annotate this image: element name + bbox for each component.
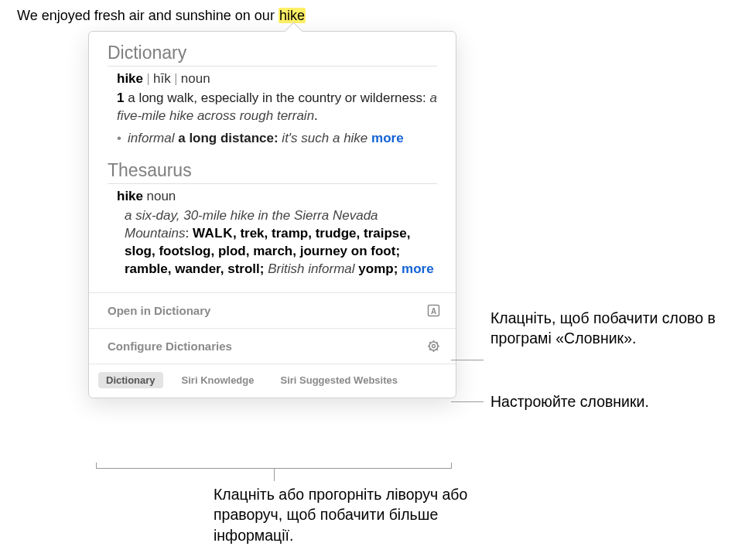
callout-line-configure xyxy=(451,401,484,402)
configure-dictionaries-label: Configure Dictionaries xyxy=(108,340,232,353)
svg-line-9 xyxy=(436,349,437,350)
thesaurus-regional-word: yomp; xyxy=(358,261,398,276)
configure-dictionaries-row[interactable]: Configure Dictionaries xyxy=(89,328,456,364)
callout-line-open xyxy=(451,360,484,360)
lookup-popover: Dictionary hike | hīk | noun 1 a long wa… xyxy=(88,31,456,398)
open-in-dictionary-row[interactable]: Open in Dictionary A xyxy=(89,292,456,328)
svg-text:A: A xyxy=(431,306,436,315)
callout-bracket-tabs xyxy=(96,463,452,469)
svg-line-10 xyxy=(429,349,430,350)
source-sentence: We enjoyed fresh air and sunshine on our… xyxy=(17,8,306,24)
svg-line-8 xyxy=(429,342,430,343)
gear-icon xyxy=(427,340,440,353)
thesaurus-main-synonym: WALK xyxy=(193,226,233,241)
callout-open-in-dictionary: Клацніть, щоб побачити слово в програмі … xyxy=(490,308,723,349)
definition-text: a long walk, especially in the country o… xyxy=(128,90,426,105)
dictionary-app-icon: A xyxy=(427,304,440,317)
dictionary-entry: hike | hīk | noun xyxy=(117,71,437,87)
callout-line-tabs xyxy=(274,469,275,481)
highlighted-word: hike xyxy=(279,8,306,23)
dictionary-pos: noun xyxy=(181,71,210,86)
dictionary-definition: 1 a long walk, especially in the country… xyxy=(117,90,437,148)
svg-point-2 xyxy=(429,342,438,350)
callout-tabs: Клацніть або прогорніть ліворуч або прав… xyxy=(214,484,477,545)
thesaurus-body: a six-day, 30-mile hike in the Sierra Ne… xyxy=(125,207,437,278)
tab-dictionary[interactable]: Dictionary xyxy=(98,372,163,388)
dictionary-word: hike xyxy=(117,71,143,86)
sentence-text: We enjoyed fresh air and sunshine on our xyxy=(17,8,279,23)
svg-line-11 xyxy=(436,342,437,343)
sub-definition-label: informal xyxy=(128,131,174,145)
thesaurus-entry: hike noun xyxy=(117,189,437,204)
tab-bar: Dictionary Siri Knowledge Siri Suggested… xyxy=(89,364,456,398)
dictionary-pronunciation: hīk xyxy=(153,71,171,86)
callout-configure: Настроюйте словники. xyxy=(490,391,692,411)
tab-siri-knowledge[interactable]: Siri Knowledge xyxy=(174,372,262,388)
thesaurus-section-header: Thesaurus xyxy=(108,160,437,184)
sub-definition: informal a long distance: it's such a hi… xyxy=(117,130,437,148)
dictionary-more-link[interactable]: more xyxy=(371,131,404,145)
open-in-dictionary-label: Open in Dictionary xyxy=(108,304,210,317)
svg-point-3 xyxy=(432,344,436,347)
thesaurus-more-link[interactable]: more xyxy=(402,261,434,276)
sub-definition-text: a long distance: xyxy=(178,131,278,145)
sub-definition-example: it's such a hike xyxy=(282,131,367,145)
tab-siri-websites[interactable]: Siri Suggested Websites xyxy=(272,372,405,388)
definition-number: 1 xyxy=(117,90,124,108)
thesaurus-regional-label: British informal xyxy=(268,261,354,276)
thesaurus-pos: noun xyxy=(146,189,176,203)
thesaurus-word: hike xyxy=(117,189,143,203)
dictionary-section-header: Dictionary xyxy=(108,43,437,67)
